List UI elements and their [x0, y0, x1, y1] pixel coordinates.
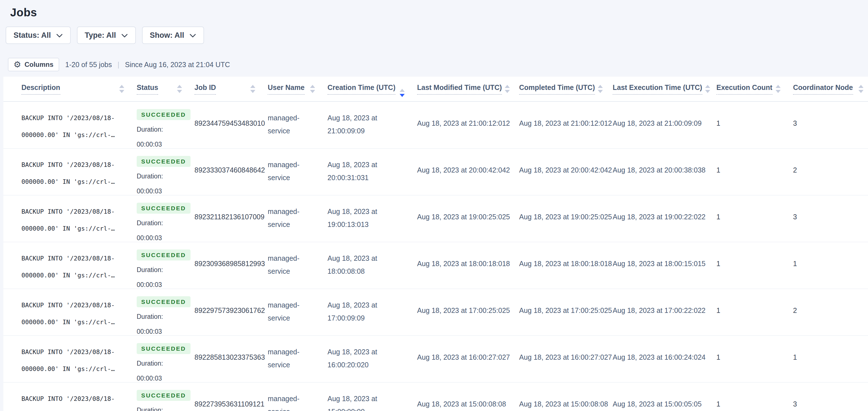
sort-icon[interactable] [598, 85, 603, 93]
sort-down-arrow-icon [776, 90, 781, 93]
job-description[interactable]: BACKUP INTO '/2023/08/18- 000000.00' IN … [22, 344, 124, 378]
last-modified-time: Aug 18, 2023 at 21:00:12:012 [417, 119, 507, 127]
creation-time: Aug 18, 2023 at 18:00:08:08 [328, 252, 387, 278]
completed-time: Aug 18, 2023 at 17:00:25:025 [519, 306, 600, 315]
sort-icon[interactable] [859, 85, 864, 93]
column-header-user-name[interactable]: User Name [260, 77, 319, 101]
status-badge: SUCCEEDED [137, 296, 190, 307]
column-header-creation-time-utc[interactable]: Creation Time (UTC) [319, 77, 409, 101]
page-title: Jobs [10, 6, 868, 19]
column-header-execution-count[interactable]: Execution Count [709, 77, 785, 101]
column-header-last-modified-time-utc[interactable]: Last Modified Time (UTC) [409, 77, 511, 101]
user-name: managed-service [268, 205, 306, 231]
sort-up-arrow-icon [505, 85, 510, 88]
filter-show-label: Show: All [150, 31, 184, 40]
job-id: 892344759453483010 [194, 119, 255, 127]
table-header-row: Description Status Job ID User Name [3, 77, 868, 101]
jobs-count: 1-20 of 55 jobs [65, 61, 112, 69]
sort-icon[interactable] [776, 85, 781, 93]
filter-status-label: Status: All [13, 31, 51, 40]
duration-value: 00:00:03 [137, 375, 182, 382]
gear-icon: ⚙ [13, 60, 21, 69]
column-header-description[interactable]: Description [3, 77, 129, 101]
job-description[interactable]: BACKUP INTO '/2023/08/18- 000000.00' IN … [22, 203, 124, 237]
last-execution-time: Aug 18, 2023 at 15:00:05:05 [613, 400, 704, 408]
sort-icon[interactable] [250, 85, 255, 93]
coordinator-node: 1 [793, 353, 864, 361]
column-header-label: Status [137, 83, 158, 95]
sort-icon[interactable] [119, 85, 124, 93]
table-row: BACKUP INTO '/2023/08/18- 000000.00' IN … [3, 383, 868, 411]
column-header-coordinator-node[interactable]: Coordinator Node [785, 77, 868, 101]
job-description-line1: BACKUP INTO '/2023/08/18- [22, 390, 124, 407]
completed-time: Aug 18, 2023 at 16:00:27:027 [519, 353, 600, 361]
duration-label: Duration: [137, 360, 182, 367]
job-description[interactable]: BACKUP INTO '/2023/08/18- 000000.00' IN … [22, 156, 124, 190]
sort-icon[interactable] [400, 89, 405, 97]
columns-button[interactable]: ⚙ Columns [8, 58, 59, 71]
table-row: BACKUP INTO '/2023/08/18- 000000.00' IN … [3, 336, 868, 383]
column-header-label: Creation Time (UTC) [328, 83, 395, 95]
duration-label: Duration: [137, 407, 182, 411]
column-header-completed-time-utc[interactable]: Completed Time (UTC) [511, 77, 605, 101]
job-description-line2: 000000.00' IN 'gs://crl-… [22, 173, 124, 190]
coordinator-node: 3 [793, 213, 864, 221]
execution-count: 1 [716, 400, 781, 408]
sort-up-arrow-icon [119, 85, 124, 88]
coordinator-node: 3 [793, 119, 864, 127]
job-description[interactable]: BACKUP INTO '/2023/08/18- 000000.00' IN … [22, 390, 124, 411]
job-id: 892309368985812993 [194, 260, 255, 268]
columns-button-label: Columns [25, 61, 54, 68]
sort-icon[interactable] [505, 85, 510, 93]
creation-time: Aug 18, 2023 at 15:00:00:00 [328, 392, 387, 411]
column-header-last-execution-time-utc[interactable]: Last Execution Time (UTC) [605, 77, 709, 101]
sort-down-arrow-icon [400, 94, 405, 97]
coordinator-node: 2 [793, 166, 864, 174]
completed-time: Aug 18, 2023 at 15:00:08:08 [519, 400, 600, 408]
filter-type-label: Type: All [85, 31, 116, 40]
chevron-down-icon [56, 33, 63, 38]
job-id: 892273953631109121 [194, 400, 255, 408]
jobs-table-panel: Description Status Job ID User Name [3, 77, 868, 411]
filter-status-button[interactable]: Status: All [6, 27, 71, 44]
job-description[interactable]: BACKUP INTO '/2023/08/18- 000000.00' IN … [22, 250, 124, 284]
completed-time: Aug 18, 2023 at 19:00:25:025 [519, 213, 600, 221]
job-description-line1: BACKUP INTO '/2023/08/18- [22, 297, 124, 314]
filter-type-button[interactable]: Type: All [77, 27, 136, 44]
job-description-line2: 000000.00' IN 'gs://crl-… [22, 407, 124, 411]
column-header-job-id[interactable]: Job ID [187, 77, 260, 101]
creation-time: Aug 18, 2023 at 16:00:20:020 [328, 345, 387, 371]
duration-value: 00:00:03 [137, 141, 182, 148]
job-description-line2: 000000.00' IN 'gs://crl-… [22, 360, 124, 378]
chevron-down-icon [121, 33, 128, 38]
sort-up-arrow-icon [705, 85, 710, 88]
job-description-line2: 000000.00' IN 'gs://crl-… [22, 126, 124, 144]
sort-down-arrow-icon [705, 90, 710, 93]
sort-up-arrow-icon [776, 85, 781, 88]
job-description[interactable]: BACKUP INTO '/2023/08/18- 000000.00' IN … [22, 297, 124, 331]
column-header-label: Coordinator Node [793, 83, 853, 95]
creation-time: Aug 18, 2023 at 21:00:09:09 [328, 111, 387, 137]
last-modified-time: Aug 18, 2023 at 17:00:25:025 [417, 306, 507, 315]
sort-icon[interactable] [705, 85, 710, 93]
filter-show-button[interactable]: Show: All [142, 27, 204, 44]
user-name: managed-service [268, 111, 306, 137]
status-badge: SUCCEEDED [137, 343, 190, 354]
status-badge: SUCCEEDED [137, 390, 190, 401]
job-id: 892297573923061762 [194, 306, 255, 315]
status-badge: SUCCEEDED [137, 156, 190, 167]
last-modified-time: Aug 18, 2023 at 18:00:18:018 [417, 260, 507, 268]
last-execution-time: Aug 18, 2023 at 16:00:24:024 [613, 353, 704, 361]
duration-label: Duration: [137, 126, 182, 133]
sort-down-arrow-icon [859, 90, 864, 93]
execution-count: 1 [716, 353, 781, 361]
column-header-status[interactable]: Status [129, 77, 187, 101]
sort-icon[interactable] [310, 85, 315, 93]
duration-label: Duration: [137, 313, 182, 321]
sort-icon[interactable] [177, 85, 182, 93]
sort-up-arrow-icon [177, 85, 182, 88]
last-modified-time: Aug 18, 2023 at 16:00:27:027 [417, 353, 507, 361]
execution-count: 1 [716, 306, 781, 315]
filter-bar: Status: All Type: All Show: All [6, 27, 868, 44]
job-description[interactable]: BACKUP INTO '/2023/08/18- 000000.00' IN … [22, 110, 124, 144]
